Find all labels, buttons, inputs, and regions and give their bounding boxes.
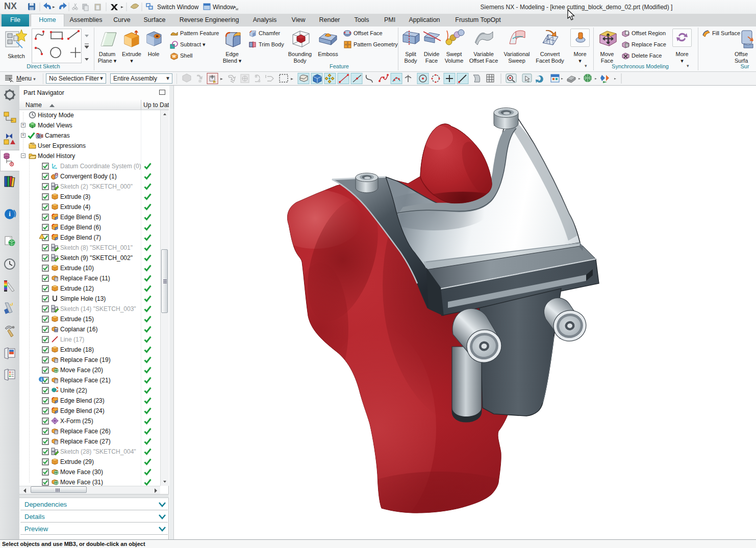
svg-text:i: i (9, 210, 11, 218)
